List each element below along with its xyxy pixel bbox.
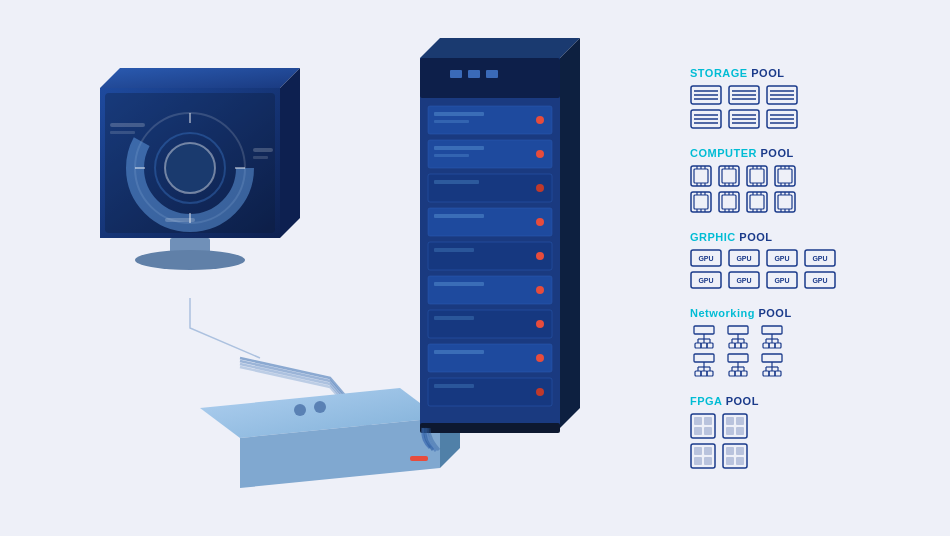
svg-point-23 [294,404,306,416]
svg-rect-201 [701,371,707,376]
cpu-icon [774,165,796,187]
svg-point-49 [536,252,544,260]
svg-rect-120 [694,195,708,209]
svg-rect-104 [750,169,764,183]
gpu-icon: GPU [804,271,836,289]
gpu-icon: GPU [690,271,722,289]
svg-text:GPU: GPU [812,277,827,284]
network-icon [758,325,786,349]
main-container: STORAGE POOL [0,0,950,536]
svg-rect-128 [722,195,736,209]
svg-text:GPU: GPU [698,255,713,262]
svg-rect-238 [736,447,744,455]
svg-rect-14 [110,131,135,134]
svg-rect-17 [165,218,195,222]
storage-pool: STORAGE POOL [690,67,910,129]
fpga-row-2 [690,443,910,469]
graphic-pool-title: GRPHIC POOL [690,231,910,243]
svg-rect-96 [722,169,736,183]
hdd-icon [728,85,760,105]
svg-rect-175 [707,343,713,348]
svg-rect-194 [694,354,714,362]
svg-point-61 [536,388,544,396]
svg-rect-183 [735,343,741,348]
gpu-icon: GPU [690,249,722,267]
computer-pool: COMPUTER POOL [690,147,910,213]
svg-rect-210 [735,371,741,376]
svg-rect-222 [694,417,702,425]
svg-rect-223 [704,417,712,425]
svg-rect-229 [726,427,734,435]
fpga-icon [690,443,716,469]
fpga-pool: FPGA POOL [690,395,910,469]
pools-panel: STORAGE POOL [670,67,910,469]
svg-rect-88 [694,169,708,183]
gpu-icon: GPU [766,249,798,267]
svg-point-8 [165,143,215,193]
svg-rect-209 [729,371,735,376]
svg-rect-202 [707,371,713,376]
fpga-icon [722,443,748,469]
svg-rect-32 [486,70,498,78]
svg-rect-54 [434,316,474,320]
networking-row-1 [690,325,910,349]
cpu-icon [774,191,796,213]
svg-rect-200 [695,371,701,376]
network-icon [724,353,752,377]
networking-pool-title: Networking POOL [690,307,910,319]
cpu-icon [690,191,712,213]
svg-marker-26 [420,38,580,58]
svg-rect-44 [428,208,552,236]
computer-icons-grid [690,165,910,213]
svg-rect-212 [762,354,782,362]
svg-rect-59 [428,378,552,406]
gpu-icon: GPU [804,249,836,267]
svg-point-40 [536,150,544,158]
svg-rect-173 [695,343,701,348]
gpu-icon: GPU [766,271,798,289]
illustration [40,28,620,508]
svg-rect-235 [704,457,712,465]
svg-rect-233 [704,447,712,455]
cpu-icon [746,165,768,187]
fpga-icon [722,413,748,439]
svg-point-58 [536,354,544,362]
storage-row-1 [690,85,910,105]
svg-rect-15 [253,148,273,152]
computer-row-2 [690,191,910,213]
svg-rect-176 [728,326,748,334]
svg-point-52 [536,286,544,294]
graphic-row-2: GPU GPU GPU GPU [690,271,910,289]
svg-rect-211 [741,371,747,376]
svg-rect-191 [763,343,769,348]
networking-icons-grid [690,325,910,377]
svg-rect-218 [763,371,769,376]
svg-text:GPU: GPU [774,255,789,262]
hdd-icon [766,109,798,129]
svg-rect-16 [253,156,268,159]
svg-rect-240 [736,457,744,465]
svg-rect-48 [434,248,474,252]
svg-rect-192 [769,343,775,348]
storage-icons-grid [690,85,910,129]
cpu-icon [718,191,740,213]
fpga-icons-grid [690,413,910,469]
svg-text:GPU: GPU [736,277,751,284]
gpu-icon: GPU [728,271,760,289]
fpga-row-1 [690,413,910,439]
network-icon [758,353,786,377]
svg-rect-227 [726,417,734,425]
computer-row-1 [690,165,910,187]
svg-rect-232 [694,447,702,455]
svg-rect-60 [434,384,474,388]
svg-rect-31 [468,70,480,78]
svg-rect-182 [729,343,735,348]
gpu-icon: GPU [728,249,760,267]
svg-rect-38 [434,146,484,150]
svg-rect-185 [762,326,782,334]
svg-rect-224 [694,427,702,435]
svg-rect-230 [736,427,744,435]
svg-rect-234 [694,457,702,465]
svg-rect-219 [769,371,775,376]
svg-rect-41 [428,174,552,202]
